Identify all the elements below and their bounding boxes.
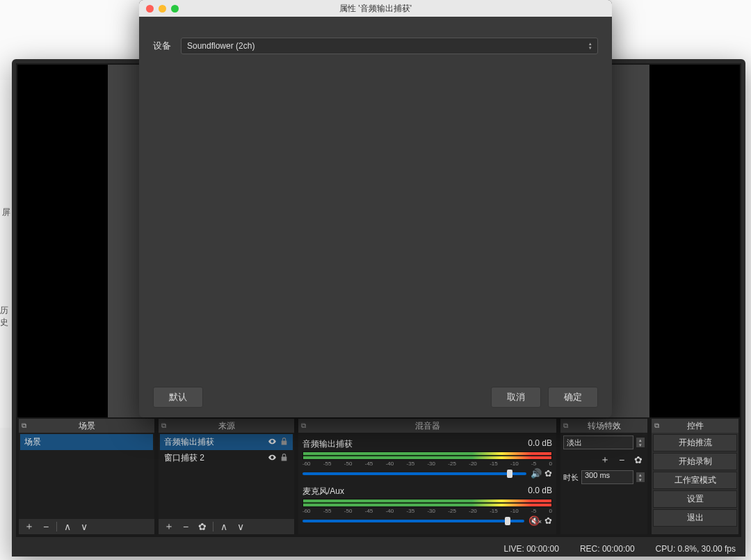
start-streaming-button[interactable]: 开始推流 [653, 434, 737, 451]
dialog-title: 属性 '音频输出捕获' [139, 3, 612, 15]
bg-sidebar: 屏 历史 [0, 80, 12, 428]
cancel-button[interactable]: 取消 [491, 387, 541, 408]
lock-icon[interactable] [280, 437, 289, 448]
source-down-button[interactable]: ∨ [234, 521, 247, 532]
properties-dialog: 属性 '音频输出捕获' 设备 Soundflower (2ch) ▴▾ 默认 取… [139, 0, 612, 417]
add-transition-button[interactable]: ＋ [599, 454, 611, 466]
popout-icon[interactable]: ⧉ [563, 422, 568, 430]
transitions-panel: ⧉转场特效 淡出 ▴▾ ＋ − ✿ 时长 300 ms ▴▾ [560, 419, 647, 534]
popout-icon[interactable]: ⧉ [654, 422, 659, 430]
stepper-up-icon[interactable]: ▴ [636, 438, 645, 442]
sources-panel: ⧉来源 音频输出捕获 窗口捕获 2 [159, 419, 294, 534]
popout-icon[interactable]: ⧉ [301, 422, 306, 430]
mixer-panel: ⧉混音器 音频输出捕获0.0 dB -60-55-50-45-40-35-30-… [298, 419, 556, 534]
speaker-icon[interactable]: 🔊 [531, 468, 542, 479]
transition-select[interactable]: 淡出 [563, 435, 633, 449]
level-meter [302, 499, 552, 507]
level-meter [302, 451, 552, 460]
transition-settings-button[interactable]: ✿ [632, 454, 645, 465]
start-recording-button[interactable]: 开始录制 [653, 453, 737, 470]
controls-panel: ⧉控件 开始推流 开始录制 工作室模式 设置 退出 [652, 419, 738, 534]
mixer-channel: 音频输出捕获0.0 dB -60-55-50-45-40-35-30-25-20… [302, 438, 552, 479]
volume-slider[interactable] [302, 520, 524, 522]
popout-icon[interactable]: ⧉ [22, 422, 26, 430]
controls-title: 控件 [687, 420, 704, 432]
settings-button[interactable]: 设置 [653, 490, 737, 508]
live-status: LIVE: 00:00:00 [503, 544, 558, 554]
source-settings-button[interactable]: ✿ [196, 521, 209, 532]
cpu-status: CPU: 0.8%, 30.00 fps [656, 544, 736, 554]
remove-transition-button[interactable]: − [615, 454, 628, 465]
speaker-muted-icon[interactable]: 🔇× [528, 515, 542, 526]
defaults-button[interactable]: 默认 [153, 387, 203, 408]
stepper-down-icon[interactable]: ▾ [636, 442, 645, 447]
add-source-button[interactable]: ＋ [163, 520, 175, 533]
stepper-up-icon[interactable]: ▴ [636, 472, 645, 477]
scenes-panel: ⧉场景 场景 ＋ − ∧ ∨ [19, 419, 154, 534]
remove-source-button[interactable]: − [179, 521, 192, 532]
source-item[interactable]: 音频输出捕获 [160, 434, 293, 450]
visibility-icon[interactable] [268, 437, 277, 448]
exit-button[interactable]: 退出 [653, 509, 737, 527]
rec-status: REC: 00:00:00 [580, 544, 635, 554]
sources-title: 来源 [218, 420, 235, 432]
duration-input[interactable]: 300 ms [581, 470, 633, 484]
device-select[interactable]: Soundflower (2ch) ▴▾ [181, 38, 598, 54]
stepper-down-icon[interactable]: ▾ [636, 477, 645, 482]
scene-item[interactable]: 场景 [20, 434, 153, 450]
remove-scene-button[interactable]: − [40, 521, 52, 532]
device-label: 设备 [153, 40, 171, 52]
lock-icon[interactable] [280, 453, 289, 464]
scenes-title: 场景 [79, 420, 95, 432]
mixer-title: 混音器 [415, 420, 440, 432]
ok-button[interactable]: 确定 [548, 387, 598, 408]
chevron-up-down-icon: ▴▾ [589, 42, 592, 50]
status-bar: LIVE: 00:00:00 REC: 00:00:00 CPU: 0.8%, … [12, 541, 745, 557]
source-item[interactable]: 窗口捕获 2 [160, 450, 293, 466]
add-scene-button[interactable]: ＋ [23, 520, 35, 533]
popout-icon[interactable]: ⧉ [161, 422, 166, 430]
mixer-channel: 麦克风/Aux0.0 dB -60-55-50-45-40-35-30-25-2… [302, 486, 552, 526]
scene-up-button[interactable]: ∧ [61, 521, 74, 532]
volume-slider[interactable] [302, 472, 526, 475]
duration-label: 时长 [563, 472, 579, 483]
channel-settings-icon[interactable]: ✿ [544, 515, 552, 526]
studio-mode-button[interactable]: 工作室模式 [653, 472, 737, 489]
dialog-titlebar[interactable]: 属性 '音频输出捕获' [139, 0, 612, 17]
visibility-icon[interactable] [268, 453, 277, 464]
scene-down-button[interactable]: ∨ [78, 521, 90, 532]
channel-settings-icon[interactable]: ✿ [544, 468, 552, 479]
transitions-title: 转场特效 [588, 420, 621, 432]
source-up-button[interactable]: ∧ [218, 521, 230, 532]
